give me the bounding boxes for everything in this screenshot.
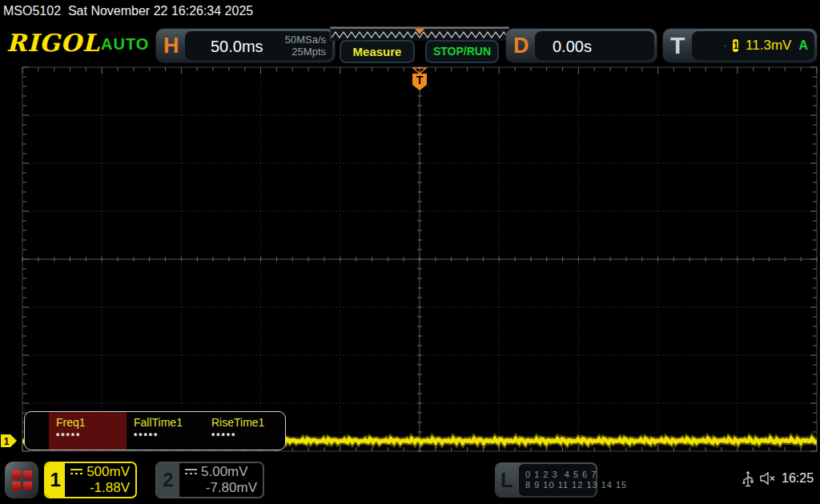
measurement-value: *****	[134, 431, 204, 441]
channel2-values: 5.00mV -7.80mV	[179, 463, 263, 497]
measurement-results-panel[interactable]: Freq1 ***** FallTime1 ***** RiseTime1 **…	[24, 411, 286, 450]
measurement-name: RiseTime1	[211, 416, 282, 429]
clock: 16:25	[782, 471, 814, 486]
measurement-name: FallTime1	[134, 416, 204, 429]
usb-icon	[741, 470, 755, 488]
measurement-item-freq1[interactable]: Freq1 *****	[49, 412, 127, 450]
measurement-name: Freq1	[56, 416, 127, 429]
digital-channels-0-7: 0 1 2 3 4 5 6 7	[525, 470, 596, 480]
bottom-status-bar: 1 500mV -1.88V 2 5.00mV -7.80mV L	[0, 461, 820, 501]
channel2-badge[interactable]: 2 5.00mV -7.80mV	[155, 462, 264, 498]
channel2-number: 2	[157, 463, 179, 497]
logic-analyzer-label: L	[495, 462, 519, 498]
channel1-level-marker: 1	[4, 436, 10, 447]
channel2-scale: 5.00mV	[201, 464, 248, 480]
main-menu-button[interactable]	[5, 462, 38, 498]
logic-analyzer-badge[interactable]: L 0 1 2 3 4 5 6 7 8 9 10 11 12 13 14 15	[495, 462, 597, 498]
trigger-position-marker: T	[416, 74, 424, 86]
measurement-value: *****	[211, 431, 282, 441]
digital-channel-list: 0 1 2 3 4 5 6 7 8 9 10 11 12 13 14 15	[519, 464, 596, 496]
channel1-number: 1	[46, 463, 65, 497]
dc-coupling-icon	[185, 468, 197, 476]
measurement-item-falltime1[interactable]: FallTime1 *****	[127, 412, 204, 450]
channel1-scale: 500mV	[86, 464, 130, 480]
channel1-offset: -1.88V	[70, 480, 130, 496]
dc-coupling-icon	[70, 468, 82, 476]
channel1-badge[interactable]: 1 500mV -1.88V	[44, 462, 137, 498]
measurement-item-risetime1[interactable]: RiseTime1 *****	[204, 412, 282, 450]
digital-channels-8-15: 8 9 10 11 12 13 14 15	[525, 480, 596, 490]
speaker-muted-icon[interactable]	[759, 471, 777, 486]
oscilloscope-screen: MSO5102 Sat November 22 16:26:34 2025 RI…	[0, 0, 820, 504]
menu-grid-icon	[12, 470, 32, 490]
measurement-value: *****	[56, 431, 127, 441]
channel1-values: 500mV -1.88V	[65, 463, 135, 497]
channel2-offset: -7.80mV	[185, 480, 257, 496]
